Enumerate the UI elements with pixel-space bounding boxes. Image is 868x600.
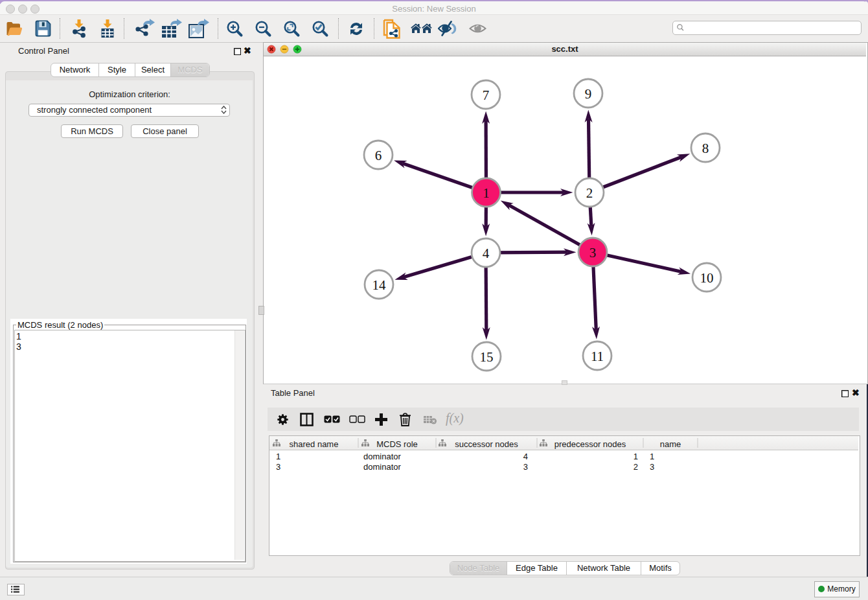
svg-text:3: 3 — [589, 245, 597, 260]
svg-text:6: 6 — [375, 148, 382, 163]
svg-text:15: 15 — [480, 349, 494, 365]
svg-text:11: 11 — [591, 349, 604, 364]
svg-text:4: 4 — [483, 246, 490, 261]
svg-text:2: 2 — [586, 185, 593, 201]
svg-text:14: 14 — [372, 277, 387, 293]
svg-text:10: 10 — [700, 270, 714, 286]
svg-text:9: 9 — [585, 86, 592, 102]
svg-text:8: 8 — [702, 141, 709, 156]
svg-text:7: 7 — [483, 87, 490, 103]
svg-text:1: 1 — [483, 185, 490, 201]
